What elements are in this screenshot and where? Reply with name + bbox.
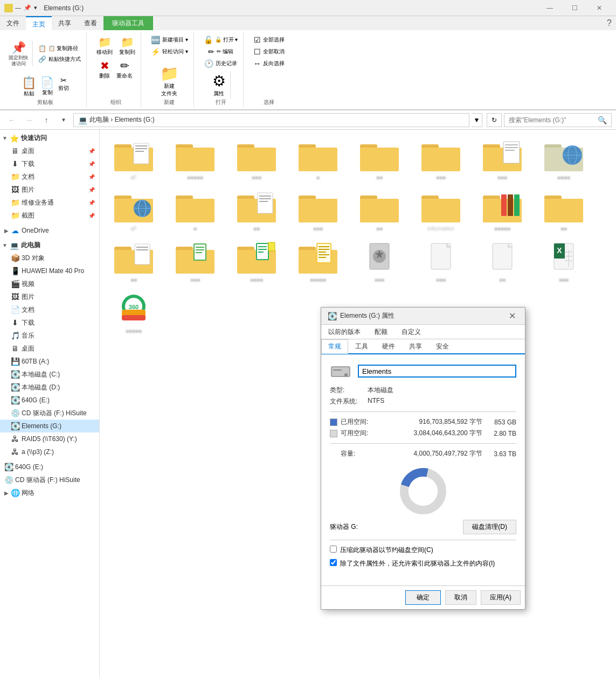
copy-btn[interactable]: 📄 复制	[39, 75, 55, 99]
back-button[interactable]: ←	[4, 113, 19, 128]
file-item-books[interactable]: ■■■■■	[473, 185, 532, 234]
move-to-btn[interactable]: 📁 移动到	[95, 34, 114, 57]
sidebar-item-screenshot[interactable]: 📁 截图 📌	[0, 209, 99, 222]
file-item-gear[interactable]: ■■■	[350, 236, 409, 285]
quick-access-header[interactable]: ▼ ⭐ 快速访问	[0, 132, 99, 144]
sidebar-item-z[interactable]: 🖧 a (\\p3) (Z:)	[0, 445, 99, 458]
tab-security[interactable]: 安全	[429, 339, 456, 354]
deselect-btn[interactable]: ☐ 全部取消	[253, 46, 286, 57]
close-button[interactable]: ✕	[587, 0, 612, 16]
sidebar-item-60tb[interactable]: 💾 60TB (A:)	[0, 355, 99, 368]
file-item-af2[interactable]: aF	[104, 185, 163, 234]
dropdown-quick[interactable]: ▾	[34, 4, 37, 11]
sidebar-item-640g-extra[interactable]: 💽 640G (E:)	[0, 460, 99, 473]
apply-button[interactable]: 应用(A)	[481, 590, 521, 605]
search-input[interactable]	[509, 116, 596, 124]
drive-name-input[interactable]	[358, 365, 516, 378]
sidebar-item-g[interactable]: 💽 Elements (G:)	[0, 420, 99, 432]
sidebar-item-e[interactable]: 💽 640G (E:)	[0, 394, 99, 407]
sidebar-item-music[interactable]: 🎵 音乐	[0, 329, 99, 342]
address-path[interactable]: 💻 此电脑 › Elements (G:)	[73, 113, 469, 127]
disk-cleanup-button[interactable]: 磁盘清理(D)	[463, 520, 516, 534]
file-item-excel[interactable]: X ■■■	[534, 236, 593, 285]
rename-btn[interactable]: ✏ 重命名	[115, 58, 134, 81]
sidebar-item-desktop[interactable]: 🖥 桌面 📌	[0, 144, 99, 157]
sidebar-item-dl[interactable]: ⬇ 下载	[0, 316, 99, 329]
easy-access-btn[interactable]: ⚡ 轻松访问 ▾	[150, 46, 189, 57]
sidebar-item-network[interactable]: ▶ 🌐 网络	[0, 486, 99, 499]
tab-previous-versions[interactable]: 以前的版本	[321, 325, 368, 339]
up-button[interactable]: ↑	[39, 113, 54, 128]
file-item-blank[interactable]: ■■■	[411, 236, 470, 285]
dialog-close-button[interactable]: ✕	[506, 310, 518, 323]
maximize-button[interactable]: ☐	[562, 0, 587, 16]
copy-to-btn[interactable]: 📁 复制到	[118, 34, 136, 57]
file-item-3[interactable]: ■■■	[227, 134, 286, 183]
sidebar-item-3d[interactable]: 📦 3D 对象	[0, 252, 99, 264]
tab-general[interactable]: 常规	[321, 339, 348, 354]
sidebar-item-downloads[interactable]: ⬇ 下载 📌	[0, 157, 99, 170]
index-checkbox[interactable]	[330, 559, 337, 566]
file-item-6[interactable]: ■■■	[411, 134, 470, 183]
file-item-r2-8[interactable]: ■■	[534, 185, 593, 234]
file-item-r3-1[interactable]: ■■	[104, 236, 163, 285]
file-item-blank2[interactable]: ■■	[473, 236, 532, 285]
file-item-information[interactable]: information	[411, 185, 470, 234]
sidebar-item-cd-extra[interactable]: 💿 CD 驱动器 (F:) HiSuite	[0, 473, 99, 486]
file-item-r3-3[interactable]: ■■■■	[227, 236, 286, 285]
paste-btn[interactable]: 📋 粘贴	[20, 75, 37, 99]
invert-btn[interactable]: ↔ 反向选择	[252, 58, 286, 69]
file-item-r2-3[interactable]: ■■	[227, 185, 286, 234]
tab-drive-tools[interactable]: 驱动器工具	[103, 16, 153, 30]
sidebar-item-pictures[interactable]: 🖼 图片 📌	[0, 183, 99, 196]
cut-btn[interactable]: ✂ 剪切	[57, 75, 70, 99]
file-item-2[interactable]: ■■■■■	[165, 134, 225, 183]
recent-locations-button[interactable]: ▼	[56, 113, 71, 128]
open-btn[interactable]: 🔓 🔓 打开 ▾	[203, 34, 239, 45]
file-item-r2-4[interactable]: ■■■	[288, 185, 348, 234]
paste-shortcut-btn[interactable]: 🔗 粘贴快捷方式	[37, 54, 82, 64]
file-item-r3-4[interactable]: ■■■■■	[288, 236, 348, 285]
props-btn[interactable]: ⚙ 属性	[211, 71, 231, 99]
file-item-r2-2[interactable]: ■	[165, 185, 225, 234]
file-item-r3-2[interactable]: ■■■	[165, 236, 225, 285]
compress-checkbox[interactable]	[330, 546, 337, 553]
tab-view[interactable]: 查看	[78, 16, 103, 30]
cancel-button[interactable]: 取消	[445, 590, 476, 605]
sidebar-item-docs[interactable]: 📁 文档 📌	[0, 170, 99, 183]
tab-share[interactable]: 共享	[52, 16, 78, 30]
this-pc-header[interactable]: ▼ 💻 此电脑	[0, 239, 99, 252]
edit-btn[interactable]: ✏ ✏ 编辑	[207, 46, 234, 57]
tab-sharing[interactable]: 共享	[402, 339, 429, 354]
tab-quota[interactable]: 配额	[368, 325, 394, 339]
tab-customize[interactable]: 自定义	[394, 325, 428, 339]
forward-button[interactable]: →	[22, 113, 37, 128]
sidebar-item-pics[interactable]: 🖼 图片	[0, 290, 99, 303]
sidebar-item-weixin[interactable]: 📁 维修业务通 📌	[0, 196, 99, 209]
minimize-button[interactable]: —	[537, 0, 562, 16]
search-box[interactable]: 🔍	[504, 113, 612, 127]
copy-path-btn[interactable]: 📋 📋 复制路径	[37, 44, 82, 53]
sidebar-item-documents[interactable]: 📄 文档	[0, 303, 99, 316]
sidebar-item-desk[interactable]: 🖥 桌面	[0, 342, 99, 355]
pin-quick[interactable]: 📌	[24, 4, 31, 11]
minimize-quick[interactable]: —	[15, 4, 21, 11]
tab-hardware[interactable]: 硬件	[375, 339, 402, 354]
refresh-button[interactable]: ↻	[487, 113, 502, 127]
tab-file[interactable]: 文件	[0, 16, 26, 30]
sidebar-item-d[interactable]: 💽 本地磁盘 (D:)	[0, 381, 99, 394]
sidebar-item-c[interactable]: 💽 本地磁盘 (C:)	[0, 368, 99, 381]
ok-button[interactable]: 确定	[405, 590, 441, 605]
pin-btn[interactable]: 📌 固定到快速访问	[9, 41, 33, 67]
tab-home[interactable]: 主页	[26, 16, 52, 30]
sidebar-item-huawei[interactable]: 📱 HUAWEI Mate 40 Pro	[0, 264, 99, 277]
sidebar-item-f[interactable]: 💿 CD 驱动器 (F:) HiSuite	[0, 407, 99, 420]
ribbon-help-btn[interactable]: ?	[607, 18, 612, 28]
sidebar-item-y[interactable]: 🖧 RAID5 (\\T630) (Y:)	[0, 432, 99, 445]
file-item-8[interactable]: ■■■■	[534, 134, 593, 183]
new-item-btn[interactable]: 🆕 新建项目 ▾	[150, 34, 189, 45]
history-btn[interactable]: 🕐 历史记录	[203, 58, 238, 69]
delete-btn[interactable]: ✖ 删除	[98, 58, 111, 81]
file-item-360[interactable]: 360 ■■■■■	[104, 288, 163, 337]
file-item-r2-5[interactable]: ■■	[350, 185, 409, 234]
